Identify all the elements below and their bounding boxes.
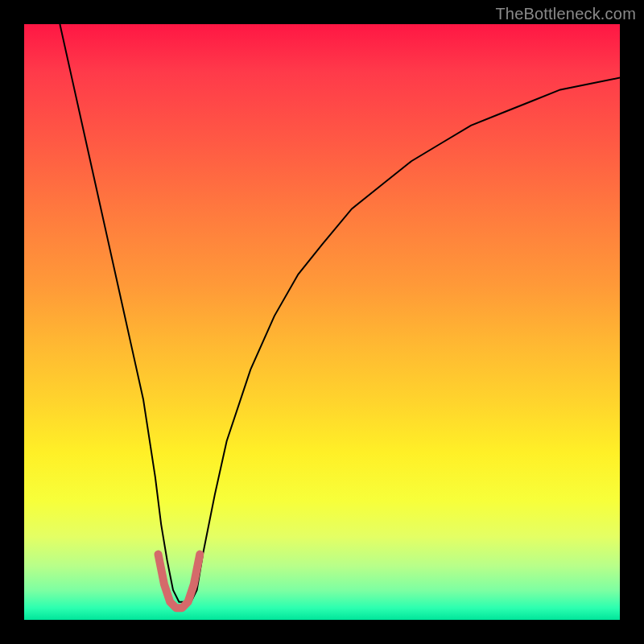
- curve-svg: [24, 24, 620, 620]
- chart-frame: TheBottleneck.com: [0, 0, 644, 644]
- plot-area: [24, 24, 620, 620]
- bottleneck-curve: [60, 24, 620, 602]
- watermark-text: TheBottleneck.com: [495, 5, 636, 23]
- bottleneck-bottom-highlight: [159, 555, 200, 609]
